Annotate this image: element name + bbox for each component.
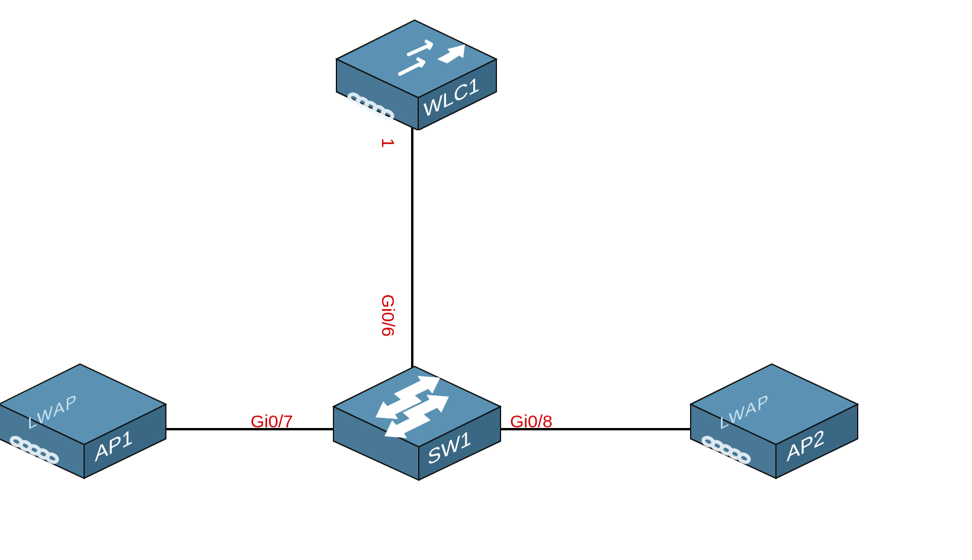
ap2-icon: [686, 348, 864, 481]
device-ap1: LWAP AP1: [0, 348, 172, 484]
device-ap2: LWAP AP2: [686, 348, 864, 484]
device-wlc1: WLC1: [332, 12, 503, 133]
port-sw-gi06: Gi0/6: [378, 294, 398, 337]
port-sw-gi08: Gi0/8: [510, 411, 553, 432]
port-sw-gi07: Gi0/7: [251, 411, 293, 432]
wlc-icon: [332, 12, 503, 130]
device-sw1: SW1: [329, 358, 506, 484]
port-wlc-1: 1: [378, 138, 398, 148]
link-wlc-sw: [411, 127, 413, 379]
network-diagram: 1 Gi0/6 Gi0/7 Gi0/8: [0, 0, 972, 560]
switch-icon: [329, 358, 506, 481]
ap1-icon: [0, 348, 172, 481]
